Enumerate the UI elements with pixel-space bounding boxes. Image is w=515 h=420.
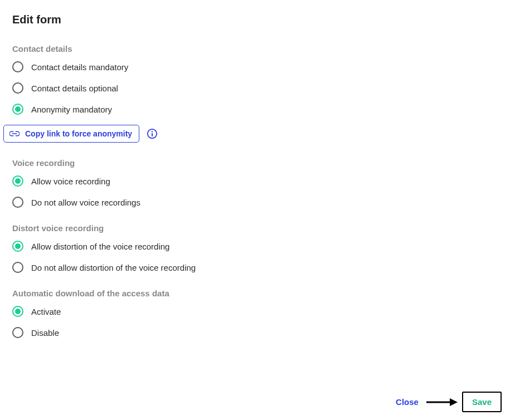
radio-voice-disallow[interactable]: Do not allow voice recordings bbox=[12, 197, 505, 208]
section-heading-voice: Voice recording bbox=[12, 158, 505, 168]
radio-autodl-disable[interactable]: Disable bbox=[12, 327, 505, 338]
radio-label: Anonymity mandatory bbox=[31, 105, 112, 114]
save-button[interactable]: Save bbox=[462, 392, 502, 412]
radio-icon bbox=[12, 197, 23, 208]
link-icon bbox=[9, 130, 20, 138]
radio-contact-mandatory[interactable]: Contact details mandatory bbox=[12, 61, 505, 72]
radio-icon bbox=[12, 82, 23, 94]
svg-rect-2 bbox=[152, 133, 153, 136]
section-heading-distort: Distort voice recording bbox=[12, 223, 505, 233]
radio-icon bbox=[12, 241, 23, 252]
radio-distort-allow[interactable]: Allow distortion of the voice recording bbox=[12, 241, 505, 252]
svg-marker-4 bbox=[450, 398, 458, 406]
radio-label: Allow distortion of the voice recording bbox=[31, 242, 169, 251]
footer-actions: Close Save bbox=[392, 392, 502, 412]
radio-label: Contact details optional bbox=[31, 84, 118, 93]
radio-autodl-activate[interactable]: Activate bbox=[12, 306, 505, 317]
close-button[interactable]: Close bbox=[392, 393, 422, 411]
arrow-annotation-icon bbox=[425, 396, 459, 408]
radio-icon bbox=[12, 175, 23, 187]
radio-contact-optional[interactable]: Contact details optional bbox=[12, 82, 505, 94]
info-icon[interactable] bbox=[146, 128, 158, 140]
section-heading-autodl: Automatic download of the access data bbox=[12, 289, 505, 298]
copy-link-button[interactable]: Copy link to force anonymity bbox=[3, 125, 139, 143]
radio-label: Contact details mandatory bbox=[31, 62, 128, 72]
radio-label: Do not allow voice recordings bbox=[31, 198, 140, 207]
page-title: Edit form bbox=[12, 13, 505, 26]
radio-voice-allow[interactable]: Allow voice recording bbox=[12, 175, 505, 187]
radio-label: Allow voice recording bbox=[31, 177, 110, 186]
radio-icon bbox=[12, 61, 23, 72]
radio-anonymity-mandatory[interactable]: Anonymity mandatory bbox=[12, 104, 505, 115]
radio-icon bbox=[12, 306, 23, 317]
svg-point-1 bbox=[152, 131, 153, 132]
radio-label: Do not allow distortion of the voice rec… bbox=[31, 263, 196, 272]
radio-icon bbox=[12, 262, 23, 273]
radio-icon bbox=[12, 327, 23, 338]
radio-icon bbox=[12, 104, 23, 115]
radio-label: Activate bbox=[31, 307, 61, 316]
section-heading-contact: Contact details bbox=[12, 44, 505, 53]
copy-link-label: Copy link to force anonymity bbox=[25, 129, 132, 138]
radio-distort-disallow[interactable]: Do not allow distortion of the voice rec… bbox=[12, 262, 505, 273]
radio-label: Disable bbox=[31, 328, 59, 338]
